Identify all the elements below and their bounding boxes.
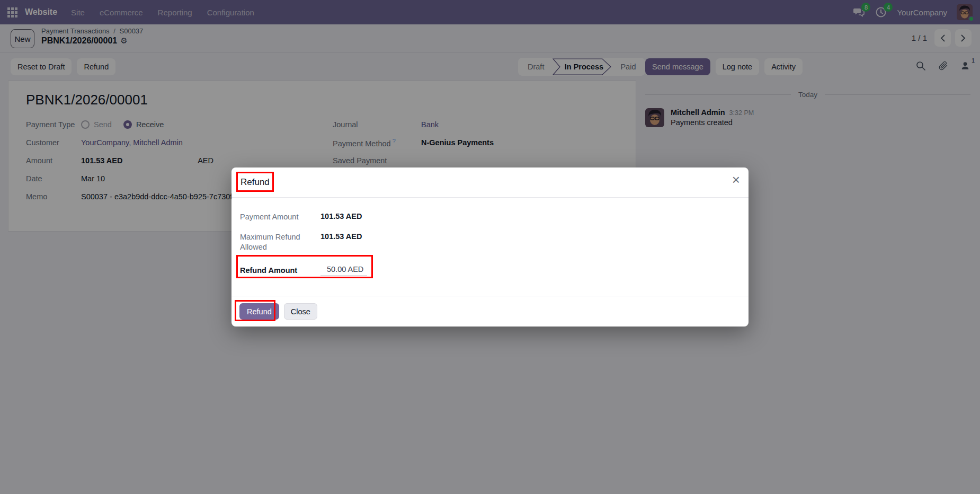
refund-modal: Refund × Payment Amount 101.53 AED Maxim… (231, 167, 749, 327)
app-window: Website Site eCommerce Reporting Configu… (0, 0, 980, 494)
max-refund-value: 101.53 AED (320, 232, 362, 252)
modal-header: Refund × (231, 167, 749, 198)
modal-title: Refund (240, 177, 270, 188)
modal-body: Payment Amount 101.53 AED Maximum Refund… (231, 212, 749, 276)
modal-refund-button[interactable]: Refund (239, 303, 279, 320)
payment-amount-value: 101.53 AED (320, 212, 362, 222)
modal-field-payment-amount: Payment Amount 101.53 AED (231, 212, 749, 222)
modal-field-refund-amount: Refund Amount (231, 265, 749, 276)
modal-close-button[interactable]: Close (284, 303, 317, 320)
modal-field-max-refund: Maximum Refund Allowed 101.53 AED (231, 232, 749, 252)
modal-footer: Refund Close (231, 296, 749, 327)
close-icon[interactable]: × (732, 173, 740, 187)
refund-amount-input[interactable] (320, 265, 367, 276)
